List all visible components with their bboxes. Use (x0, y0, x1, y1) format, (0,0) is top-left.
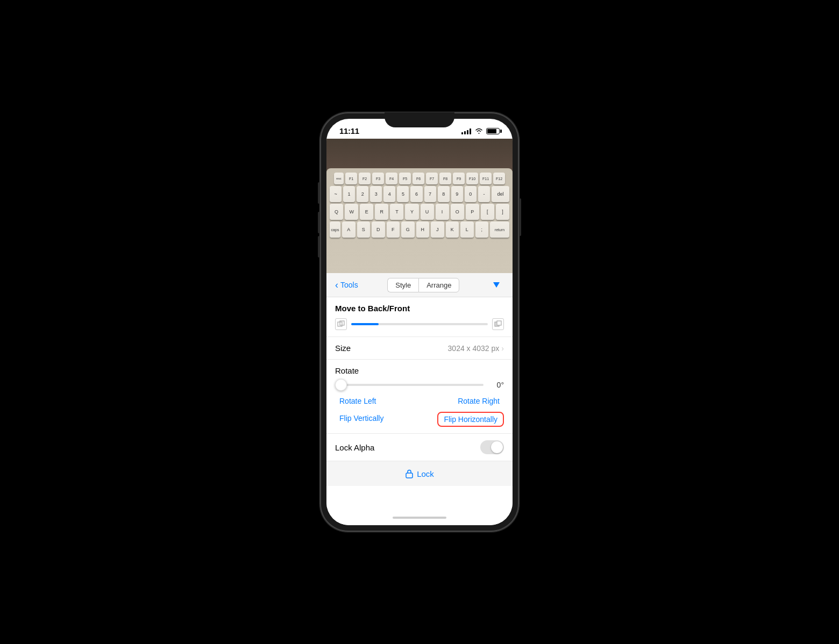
content-area: Move to Back/Front (326, 297, 513, 510)
rotate-label: Rotate (335, 366, 504, 375)
size-value: 3024 x 4032 px (448, 344, 500, 353)
size-value-group: 3024 x 4032 px › (448, 344, 504, 353)
rotate-slider-track[interactable] (335, 384, 484, 386)
lock-alpha-label: Lock Alpha (335, 443, 374, 452)
rotate-slider-row: 0° (335, 381, 504, 389)
home-bar (393, 517, 446, 519)
move-slider-fill (351, 323, 379, 325)
desk-surface (326, 139, 513, 171)
flip-horizontally-button[interactable]: Flip Horizontally (437, 412, 504, 427)
layer-front-icon (492, 318, 504, 330)
rotate-buttons-row: Rotate Left Rotate Right (335, 395, 504, 407)
dropdown-triangle-icon (493, 282, 500, 288)
back-label[interactable]: Tools (340, 281, 358, 289)
lock-alpha-toggle[interactable] (480, 440, 504, 454)
home-indicator (326, 510, 513, 525)
rotate-slider-thumb (335, 379, 347, 391)
lock-icon-wrap (405, 469, 414, 478)
lock-alpha-row: Lock Alpha (326, 434, 513, 461)
chevron-right-icon: › (501, 344, 504, 353)
svg-rect-4 (406, 473, 413, 478)
move-section: Move to Back/Front (326, 297, 513, 337)
svg-rect-3 (497, 321, 501, 325)
battery-icon (486, 128, 500, 134)
size-label: Size (335, 344, 351, 353)
status-icons (461, 128, 500, 134)
signal-icon (461, 128, 471, 134)
keyboard-photo: esc F1 F2 F3 F4 F5 F6 F7 F8 F9 F10 F11 F… (326, 139, 513, 273)
keyboard-body: esc F1 F2 F3 F4 F5 F6 F7 F8 F9 F10 F11 F… (326, 168, 513, 273)
status-time: 11:11 (339, 126, 359, 135)
flip-vertically-button[interactable]: Flip Vertically (335, 412, 388, 427)
move-section-title: Move to Back/Front (335, 304, 504, 313)
lock-section: Lock (326, 461, 513, 486)
phone-screen: 11:11 (326, 119, 513, 525)
lock-button[interactable]: Lock (417, 469, 434, 478)
slider-row (335, 318, 504, 330)
notch (385, 112, 454, 127)
back-chevron-icon: ‹ (335, 280, 338, 291)
battery-fill (487, 129, 496, 133)
rotate-right-button[interactable]: Rotate Right (453, 395, 504, 407)
dropdown-button[interactable] (489, 277, 504, 292)
layer-back-icon (335, 318, 347, 330)
tab-style[interactable]: Style (387, 278, 418, 292)
move-slider-track[interactable] (351, 323, 488, 325)
toolbar: ‹ Tools Style Arrange (326, 273, 513, 297)
phone-device: 11:11 (320, 112, 519, 532)
rotate-left-button[interactable]: Rotate Left (335, 395, 381, 407)
tab-group: Style Arrange (362, 278, 485, 292)
rotate-degree-value: 0° (489, 381, 504, 389)
flip-buttons-row: Flip Vertically Flip Horizontally (335, 412, 504, 427)
wifi-icon (474, 128, 483, 134)
size-row[interactable]: Size 3024 x 4032 px › (326, 337, 513, 360)
toggle-thumb (491, 441, 503, 453)
tab-arrange[interactable]: Arrange (418, 278, 459, 292)
rotate-section: Rotate 0° Rotate Left Rotate Right Flip … (326, 360, 513, 434)
back-button[interactable]: ‹ Tools (335, 280, 358, 291)
